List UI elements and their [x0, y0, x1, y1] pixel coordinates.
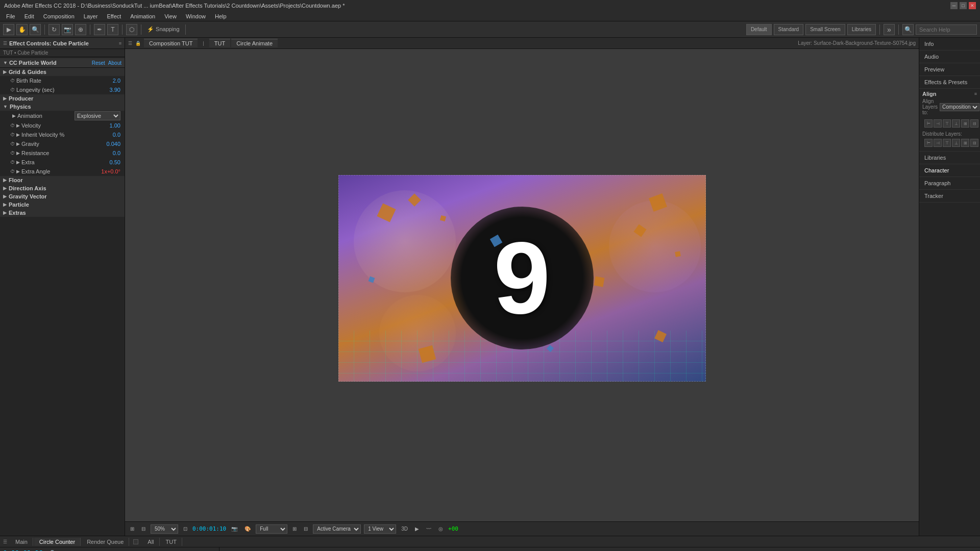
dist-bottom[interactable]: ⊟ — [970, 139, 978, 147]
viewport-panel-options[interactable]: ☰ — [128, 41, 132, 46]
align-target-select[interactable]: Composition Selection — [940, 103, 979, 111]
extra-stopwatch[interactable]: ⏱ — [10, 160, 15, 165]
physics-section[interactable]: ▼ Physics — [0, 103, 125, 111]
animation-row[interactable]: ▶ Animation Explosive Twirl Vortex — [0, 111, 125, 121]
extra-value[interactable]: 0.50 — [95, 159, 120, 165]
search-button[interactable]: 🔍 — [902, 24, 914, 35]
tool-pen[interactable]: ✒ — [94, 24, 105, 35]
inherit-stopwatch[interactable]: ⏱ — [10, 132, 15, 137]
menu-window[interactable]: Window — [182, 12, 210, 20]
gravity-stopwatch[interactable]: ⏱ — [10, 141, 15, 146]
animation-dropdown[interactable]: Explosive Twirl Vortex — [75, 111, 120, 120]
viewport-lock[interactable]: 🔒 — [135, 41, 141, 46]
panel-preview[interactable]: Preview — [919, 63, 980, 76]
menu-edit[interactable]: Edit — [20, 12, 38, 20]
extra-angle-stopwatch[interactable]: ⏱ — [10, 169, 15, 174]
panel-expand-icon[interactable]: ☰ — [3, 41, 7, 46]
tool-camera[interactable]: 📷 — [62, 24, 73, 35]
dist-top[interactable]: ⊥ — [952, 139, 960, 147]
menu-file[interactable]: File — [2, 12, 19, 20]
tl-step-fwd[interactable]: ⏭ — [77, 549, 84, 551]
search-input[interactable] — [916, 24, 977, 35]
tool-zoom[interactable]: 🔍 — [30, 24, 41, 35]
inherit-velocity-value[interactable]: 0.0 — [95, 132, 120, 138]
tl-search[interactable]: 🔍 — [49, 549, 57, 551]
floor-section[interactable]: ▶ Floor — [0, 176, 125, 184]
panel-tracker[interactable]: Tracker — [919, 190, 980, 203]
panel-options[interactable]: ≡ — [119, 41, 121, 46]
align-options[interactable]: ≡ — [974, 91, 977, 96]
extra-angle-row[interactable]: ⏱ ▶ Extra Angle 1x+0.0° — [0, 167, 125, 176]
dist-center-h[interactable]: ⊣ — [934, 139, 942, 147]
extra-row[interactable]: ⏱ ▶ Extra 0.50 — [0, 158, 125, 167]
panel-paragraph[interactable]: Paragraph — [919, 177, 980, 190]
resistance-value[interactable]: 0.0 — [95, 150, 120, 156]
vp-render[interactable]: ▶ — [413, 525, 421, 533]
producer-section[interactable]: ▶ Producer — [0, 94, 125, 103]
resistance-stopwatch[interactable]: ⏱ — [10, 151, 15, 156]
vp-tool-layers[interactable]: ⊞ — [128, 525, 136, 533]
tab-tut[interactable]: TUT — [209, 39, 230, 47]
menu-effect[interactable]: Effect — [103, 12, 125, 20]
dist-left[interactable]: ⊢ — [924, 139, 933, 147]
workspace-standard[interactable]: Standard — [774, 24, 804, 35]
plugin-toggle[interactable]: ▼ — [3, 60, 8, 65]
panel-audio[interactable]: Audio — [919, 51, 980, 63]
maximize-button[interactable]: □ — [960, 2, 967, 9]
workspace-libraries[interactable]: Libraries — [847, 24, 876, 35]
gravity-vector-section[interactable]: ▶ Gravity Vector — [0, 192, 125, 201]
vp-tool-guides[interactable]: ⊟ — [139, 525, 148, 533]
align-center-v[interactable]: ⊞ — [961, 119, 969, 128]
workspace-default[interactable]: Default — [746, 24, 772, 35]
tl-render[interactable]: ⊡ — [103, 549, 109, 551]
tl-play[interactable]: ▶ — [59, 549, 65, 551]
vp-3d[interactable]: 3D — [399, 525, 410, 533]
minimize-button[interactable]: ─ — [950, 2, 958, 9]
tl-camera-icon[interactable]: 📷 — [111, 549, 119, 551]
menu-help[interactable]: Help — [211, 12, 231, 20]
tl-step-back[interactable]: ⏮ — [67, 549, 75, 551]
vp-expand[interactable]: ⊡ — [181, 525, 189, 533]
panel-effects-presets[interactable]: Effects & Presets — [919, 76, 980, 89]
tl-close-btn[interactable] — [133, 539, 138, 544]
about-button[interactable]: About — [108, 60, 121, 66]
particle-section[interactable]: ▶ Particle — [0, 201, 125, 209]
tab-circle-counter[interactable]: Circle Counter — [34, 538, 81, 546]
panel-character[interactable]: Character — [919, 164, 980, 177]
align-left[interactable]: ⊢ — [924, 119, 933, 128]
tl-ram[interactable]: ⬚ — [94, 549, 101, 551]
tab-main[interactable]: Main — [10, 538, 33, 546]
inherit-velocity-row[interactable]: ⏱ ▶ Inherit Velocity % 0.0 — [0, 130, 125, 139]
gravity-row[interactable]: ⏱ ▶ Gravity 0.040 — [0, 139, 125, 148]
dist-right[interactable]: ⊤ — [943, 139, 951, 147]
close-button[interactable]: ✕ — [969, 2, 976, 9]
menu-animation[interactable]: Animation — [126, 12, 159, 20]
birth-rate-row[interactable]: ⏱ Birth Rate 2.0 — [0, 76, 125, 85]
align-bottom[interactable]: ⊟ — [970, 119, 978, 128]
panel-libraries[interactable]: Libraries — [919, 152, 980, 164]
toolbar-more[interactable]: » — [884, 24, 895, 35]
tool-text[interactable]: T — [107, 24, 118, 35]
extras-section[interactable]: ▶ Extras — [0, 209, 125, 217]
align-top[interactable]: ⊥ — [952, 119, 960, 128]
vp-grid[interactable]: ⊟ — [302, 525, 310, 533]
menu-composition[interactable]: Composition — [39, 12, 79, 20]
direction-axis-section[interactable]: ▶ Direction Axis — [0, 184, 125, 192]
tool-hand[interactable]: ✋ — [16, 24, 28, 35]
workspace-small-screen[interactable]: Small Screen — [805, 24, 845, 35]
tool-shape[interactable]: ⬡ — [126, 24, 137, 35]
velocity-stopwatch[interactable]: ⏱ — [10, 123, 15, 128]
menu-view[interactable]: View — [160, 12, 181, 20]
velocity-row[interactable]: ⏱ ▶ Velocity 1.00 — [0, 121, 125, 130]
align-right[interactable]: ⊤ — [943, 119, 951, 128]
birth-rate-stopwatch[interactable]: ⏱ — [10, 78, 15, 83]
vp-color[interactable]: 🎨 — [242, 525, 253, 533]
tab-composition[interactable]: Composition TUT — [144, 39, 198, 47]
tool-rotate[interactable]: ↻ — [48, 24, 60, 35]
menu-layer[interactable]: Layer — [80, 12, 102, 20]
tl-loop[interactable]: ↻ — [86, 549, 92, 551]
tool-pan[interactable]: ⊕ — [75, 24, 86, 35]
panel-info[interactable]: Info — [919, 38, 980, 51]
resistance-row[interactable]: ⏱ ▶ Resistance 0.0 — [0, 148, 125, 158]
birth-rate-value[interactable]: 2.0 — [95, 78, 120, 84]
